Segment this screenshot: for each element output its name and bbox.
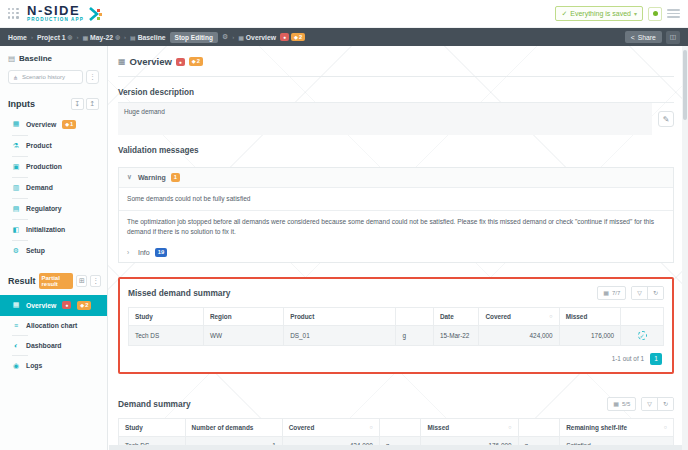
- refresh-button[interactable]: ↻: [647, 287, 663, 299]
- column-header-study[interactable]: Study: [129, 307, 204, 325]
- menu-icon[interactable]: [667, 9, 680, 18]
- app-grid-icon[interactable]: [8, 8, 19, 19]
- breadcrumb-separator: ›: [31, 34, 33, 40]
- breadcrumb-period[interactable]: ▦ May-22 ◎: [82, 34, 120, 41]
- cell-unit: g: [396, 325, 433, 345]
- warning-count: 2: [197, 58, 200, 65]
- columns-toggle-button[interactable]: ▦ 5/5: [607, 397, 636, 411]
- sidebar-item-initialization[interactable]: ◧ Initialization: [0, 220, 107, 240]
- sidebar-item-demand[interactable]: ▥ Demand: [0, 178, 107, 198]
- stop-editing-button[interactable]: Stop Editing: [170, 32, 218, 43]
- panel-icon: ◫: [670, 33, 676, 40]
- inputs-section-title: Inputs: [8, 99, 35, 109]
- column-header-unit: [379, 418, 421, 436]
- period-info-icon[interactable]: ◎: [115, 34, 120, 40]
- column-header-covered[interactable]: Covered○: [282, 418, 379, 436]
- column-header-region[interactable]: Region: [203, 307, 283, 325]
- warning-count: 2: [85, 302, 88, 309]
- share-button[interactable]: < Share: [625, 31, 662, 43]
- edit-description-button[interactable]: ✎: [658, 111, 674, 127]
- initialization-icon: ◧: [12, 226, 20, 234]
- partial-result-badge: Partial result: [39, 273, 74, 289]
- sidebar-item-result-overview[interactable]: ▦ Overview ● ◆2: [0, 295, 107, 316]
- column-header-number-of-demands[interactable]: Number of demands: [185, 418, 282, 436]
- save-status-button[interactable]: ✓ Everything is saved ▾: [555, 6, 643, 21]
- setup-gear-icon: ⚙: [12, 247, 20, 255]
- sidebar: ▤ Baseline ⋔ Scenario history ⋮ Inputs ↧…: [0, 46, 108, 450]
- top-app-bar: N-SIDE PRODUCTION APP ✓ Everything is sa…: [0, 0, 688, 28]
- sidebar-item-dashboard[interactable]: ◐ Dashboard: [0, 336, 107, 355]
- sidebar-item-inputs-overview[interactable]: ▦ Overview ◆1: [0, 114, 107, 135]
- breadcrumb-project[interactable]: Project 1 ◎: [37, 34, 73, 41]
- column-header-missed[interactable]: Missed: [559, 307, 621, 325]
- demand-summary-title: Demand summary: [118, 399, 191, 409]
- warning-group-label: Warning: [138, 174, 166, 181]
- scenario-history-button[interactable]: ⋔ Scenario history: [8, 70, 83, 84]
- filter-button[interactable]: ▽: [642, 398, 657, 410]
- version-description-title: Version description: [118, 88, 674, 103]
- vertical-scrollbar[interactable]: [682, 46, 688, 450]
- scrollbar-thumb[interactable]: [683, 50, 687, 120]
- column-settings-icon[interactable]: ○: [508, 424, 511, 430]
- project-info-icon[interactable]: ◎: [68, 34, 73, 40]
- sidebar-item-logs[interactable]: ◉ Logs: [0, 356, 107, 376]
- warning-count-badge: 1: [171, 173, 180, 182]
- breadcrumb-page[interactable]: ▦ Overview: [238, 34, 276, 41]
- column-header-covered[interactable]: Covered○: [479, 307, 559, 325]
- breadcrumb-page-label: Overview: [246, 34, 276, 41]
- download-inputs-button[interactable]: ↧: [71, 98, 84, 110]
- sidebar-item-allocation-chart[interactable]: ≡ Allocation chart: [0, 316, 107, 335]
- regulatory-icon: ▤: [12, 205, 20, 213]
- filter-button[interactable]: ▽: [632, 287, 647, 299]
- result-more-button[interactable]: ⋮: [90, 275, 101, 287]
- main-content: ▦ Overview ● ◆2 Version description Huge…: [108, 46, 688, 450]
- refresh-icon: ↻: [653, 289, 658, 296]
- pagination-label: 1-1 out of 1: [612, 355, 644, 362]
- demand-summary-section: Demand summary ▦ 5/5 ▽ ↻: [118, 390, 674, 450]
- column-header-date[interactable]: Date: [433, 307, 478, 325]
- error-icon: ●: [179, 59, 182, 65]
- breadcrumb-home[interactable]: Home: [8, 34, 27, 41]
- horizontal-scrollbar[interactable]: [109, 445, 682, 450]
- breadcrumb-home-label: Home: [8, 34, 27, 41]
- sidebar-item-product[interactable]: ⚗ Product: [0, 136, 107, 156]
- dashboard-icon: ◐: [12, 342, 20, 349]
- cell-product: DS_01: [284, 325, 396, 345]
- breadcrumb-period-label: May-22: [90, 34, 113, 41]
- result-grid-button[interactable]: ⊞: [76, 275, 87, 287]
- warning-group-toggle[interactable]: ∨ Warning 1: [119, 168, 673, 187]
- sidebar-item-setup[interactable]: ⚙ Setup: [0, 241, 107, 261]
- logo-chevron-icon: [87, 6, 103, 22]
- page-1-button[interactable]: 1: [650, 353, 662, 365]
- layout-panel-button[interactable]: ◫: [666, 31, 680, 44]
- column-settings-icon[interactable]: ○: [664, 424, 667, 430]
- column-header-product[interactable]: Product: [284, 307, 396, 325]
- status-dot-button[interactable]: [648, 7, 662, 21]
- column-settings-icon[interactable]: ○: [370, 424, 373, 430]
- overview-icon: ▦: [118, 57, 126, 66]
- sidebar-scenario-title: ▤ Baseline: [8, 54, 99, 63]
- upload-inputs-button[interactable]: ↥: [86, 98, 99, 110]
- filter-icon: ▽: [637, 289, 642, 296]
- table-row[interactable]: Tech DS WW DS_01 g 15-Mar-22 424,000 176…: [129, 325, 664, 345]
- sidebar-item-regulatory[interactable]: ▤ Regulatory: [0, 199, 107, 219]
- demand-chart-icon: ▥: [12, 184, 20, 192]
- column-header-missed[interactable]: Missed○: [421, 418, 518, 436]
- sidebar-item-label: Product: [26, 142, 52, 149]
- column-settings-icon[interactable]: ○: [549, 313, 552, 319]
- columns-toggle-button[interactable]: ▦ 7/7: [597, 286, 626, 300]
- gear-icon[interactable]: ⚙: [222, 33, 228, 41]
- error-icon: ●: [283, 34, 286, 40]
- info-group-toggle[interactable]: › Info 19: [119, 243, 673, 262]
- missed-demand-table: Study Region Product Date Covered○ Misse…: [128, 307, 664, 346]
- column-header-remaining-shelf-life[interactable]: Remaining shelf-life○: [560, 418, 674, 436]
- branch-icon: ⋔: [13, 74, 18, 81]
- breadcrumb-scenario[interactable]: ▤ Baseline: [130, 34, 166, 41]
- refresh-button[interactable]: ↻: [657, 398, 673, 410]
- resolved-check-icon[interactable]: ✓: [638, 331, 647, 340]
- result-section-title: Result: [8, 276, 36, 286]
- column-header-study[interactable]: Study: [119, 418, 186, 436]
- download-icon: ↧: [75, 100, 81, 108]
- scenario-more-button[interactable]: ⋮: [86, 70, 99, 84]
- sidebar-item-production[interactable]: ▣ Production: [0, 157, 107, 177]
